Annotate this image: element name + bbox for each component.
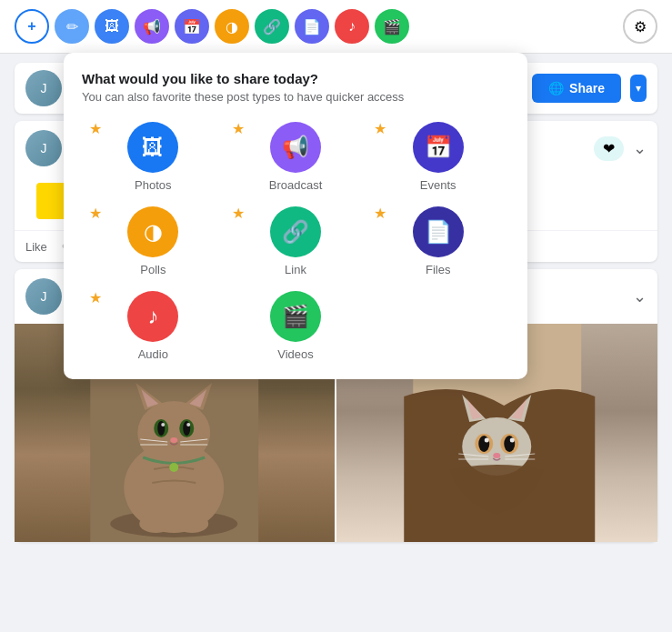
polls-icon: ◑ — [127, 206, 178, 257]
events-icon: 📅 — [413, 122, 464, 173]
popup-title: What would you like to share today? — [82, 71, 509, 86]
videos-icon: 🎬 — [270, 291, 321, 342]
post-type-polls[interactable]: ★ ◑ Polls — [82, 206, 225, 276]
post-type-link[interactable]: ★ 🔗 Link — [225, 206, 367, 276]
share-type-popup: What would you like to share today? You … — [64, 53, 527, 379]
post-type-photos[interactable]: ★ 🖼 Photos — [82, 122, 225, 192]
post-type-videos[interactable]: 🎬 Videos — [225, 291, 367, 361]
post-type-broadcast[interactable]: ★ 📢 Broadcast — [225, 122, 367, 192]
events-label: Events — [420, 178, 456, 192]
favorite-star-events[interactable]: ★ — [374, 120, 386, 137]
photos-icon: 🖼 — [127, 122, 178, 173]
favorite-star-link[interactable]: ★ — [232, 205, 245, 222]
post-type-files[interactable]: ★ 📄 Files — [366, 206, 509, 276]
post-types-grid: ★ 🖼 Photos ★ 📢 Broadcast ★ 📅 Events ★ ◑ … — [82, 122, 509, 361]
favorite-star-polls[interactable]: ★ — [89, 205, 102, 222]
audio-label: Audio — [138, 347, 168, 361]
files-icon: 📄 — [413, 206, 464, 257]
post-type-audio[interactable]: ★ ♪ Audio — [82, 291, 225, 361]
broadcast-icon: 📢 — [270, 122, 321, 173]
popup-subtitle: You can also favorite these post types t… — [82, 90, 509, 104]
post-type-events[interactable]: ★ 📅 Events — [366, 122, 509, 192]
favorite-star-broadcast[interactable]: ★ — [232, 120, 245, 137]
videos-label: Videos — [277, 347, 314, 361]
files-label: Files — [426, 263, 450, 276]
polls-label: Polls — [140, 263, 165, 276]
photos-label: Photos — [135, 178, 171, 192]
popup-overlay: What would you like to share today? You … — [0, 0, 672, 632]
broadcast-label: Broadcast — [269, 178, 323, 192]
audio-icon: ♪ — [127, 291, 178, 342]
favorite-star-audio[interactable]: ★ — [89, 289, 102, 306]
link-icon: 🔗 — [270, 206, 321, 257]
favorite-star-files[interactable]: ★ — [374, 205, 386, 222]
favorite-star-photos[interactable]: ★ — [89, 120, 102, 137]
link-label: Link — [285, 263, 306, 276]
